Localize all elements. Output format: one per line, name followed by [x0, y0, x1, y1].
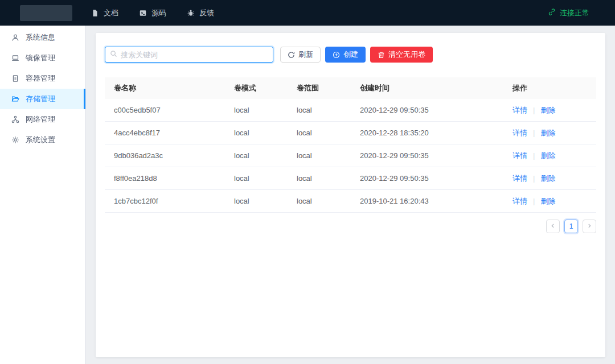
volume-scope: local	[288, 106, 351, 114]
clear-label: 清空无用卷	[388, 49, 425, 60]
document-icon	[91, 9, 99, 17]
delete-link[interactable]: 删除	[540, 151, 555, 161]
page-number: 1	[569, 222, 573, 230]
pagination: 1	[105, 220, 596, 233]
volume-mode: local	[225, 151, 288, 160]
volume-scope: local	[288, 197, 351, 205]
volume-created: 2019-10-21 16:20:43	[351, 197, 503, 205]
delete-link[interactable]: 删除	[540, 128, 555, 138]
delete-link[interactable]: 删除	[540, 173, 555, 184]
volume-created: 2020-12-29 09:50:35	[351, 174, 503, 183]
refresh-label: 刷新	[298, 49, 313, 60]
link-icon	[548, 8, 556, 18]
table-row: 9db036ad2a3c local local 2020-12-29 09:5…	[105, 144, 596, 167]
delete-link[interactable]: 删除	[540, 196, 555, 206]
sidebar-item-images[interactable]: 镜像管理	[0, 48, 85, 68]
topnav-item-source[interactable]: 源码	[139, 8, 166, 18]
page-number-button[interactable]: 1	[564, 220, 578, 233]
volumes-table: 卷名称 卷模式 卷范围 创建时间 操作 c00c5edb5f07 local l…	[105, 77, 596, 213]
detail-link[interactable]: 详情	[512, 173, 527, 184]
volume-name: 1cb7cbc12f0f	[105, 197, 225, 205]
table-row: f8ff0ea218d8 local local 2020-12-29 09:5…	[105, 167, 596, 190]
topnav-item-docs[interactable]: 文档	[91, 8, 118, 18]
topnav-item-label: 文档	[104, 8, 118, 18]
sidebar-item-system-info[interactable]: 系统信息	[0, 27, 85, 48]
code-icon	[139, 9, 147, 17]
volume-name: 9db036ad2a3c	[105, 151, 225, 160]
volume-created: 2020-12-29 09:50:35	[351, 106, 503, 114]
volume-mode: local	[225, 129, 288, 137]
topnav-item-label: 反馈	[199, 8, 214, 18]
topbar: 文档 源码 反馈 连接正常	[0, 0, 615, 26]
column-header-created: 创建时间	[351, 83, 503, 93]
action-separator: |	[533, 129, 535, 137]
table-header: 卷名称 卷模式 卷范围 创建时间 操作	[105, 77, 596, 99]
sidebar-item-label: 镜像管理	[26, 53, 55, 63]
folder-open-icon	[11, 95, 19, 103]
toolbar: 刷新 创建 清空无用卷	[105, 47, 596, 63]
column-header-scope: 卷范围	[288, 83, 351, 93]
prev-page-button[interactable]	[546, 220, 560, 233]
column-header-name: 卷名称	[105, 83, 225, 93]
connection-status-label: 连接正常	[560, 8, 589, 18]
volume-mode: local	[225, 197, 288, 205]
sidebar-item-label: 容器管理	[26, 73, 55, 84]
sidebar-item-label: 系统信息	[26, 32, 55, 43]
content-card: 刷新 创建 清空无用卷 卷名称	[96, 33, 605, 357]
sidebar: 系统信息 镜像管理 容器管理 存储管理 网络管理	[0, 26, 86, 364]
detail-link[interactable]: 详情	[512, 196, 527, 206]
connection-status[interactable]: 连接正常	[548, 8, 589, 18]
action-separator: |	[533, 197, 535, 205]
table-row: c00c5edb5f07 local local 2020-12-29 09:5…	[105, 99, 596, 122]
trash-icon	[378, 51, 385, 59]
main-content: 刷新 创建 清空无用卷 卷名称	[86, 26, 615, 364]
volume-name: 4acc4ebc8f17	[105, 129, 225, 137]
sidebar-item-storage[interactable]: 存储管理	[0, 89, 85, 109]
detail-link[interactable]: 详情	[512, 105, 527, 115]
topnav-item-feedback[interactable]: 反馈	[187, 8, 214, 18]
sidebar-item-label: 系统设置	[26, 135, 55, 145]
user-icon	[11, 34, 19, 42]
refresh-icon	[288, 51, 295, 59]
sidebar-item-label: 存储管理	[26, 94, 55, 104]
volume-mode: local	[225, 106, 288, 114]
chevron-left-icon	[550, 222, 556, 230]
container-icon	[11, 75, 19, 82]
column-header-mode: 卷模式	[225, 83, 288, 93]
volume-scope: local	[288, 174, 351, 183]
sidebar-item-network[interactable]: 网络管理	[0, 109, 85, 130]
clear-unused-volumes-button[interactable]: 清空无用卷	[370, 47, 433, 63]
search-box[interactable]	[105, 47, 273, 63]
plus-circle-icon	[333, 51, 340, 59]
volume-scope: local	[288, 129, 351, 137]
create-button[interactable]: 创建	[325, 47, 366, 63]
detail-link[interactable]: 详情	[512, 151, 527, 161]
bug-icon	[187, 9, 195, 17]
action-separator: |	[533, 174, 535, 183]
refresh-button[interactable]: 刷新	[280, 47, 321, 63]
volume-name: c00c5edb5f07	[105, 106, 225, 114]
create-label: 创建	[343, 49, 358, 60]
sidebar-item-settings[interactable]: 系统设置	[0, 130, 85, 150]
volume-created: 2020-12-28 18:35:20	[351, 129, 503, 137]
topnav: 文档 源码 反馈	[91, 8, 214, 18]
action-separator: |	[533, 151, 535, 160]
chevron-right-icon	[587, 222, 592, 230]
app-logo	[20, 5, 72, 21]
volume-mode: local	[225, 174, 288, 183]
laptop-icon	[11, 54, 19, 62]
topnav-item-label: 源码	[151, 8, 166, 18]
next-page-button[interactable]	[583, 220, 596, 233]
volume-created: 2020-12-29 09:50:35	[351, 151, 503, 160]
volume-name: f8ff0ea218d8	[105, 174, 225, 183]
action-separator: |	[533, 106, 535, 114]
sidebar-item-containers[interactable]: 容器管理	[0, 68, 85, 89]
detail-link[interactable]: 详情	[512, 128, 527, 138]
table-row: 4acc4ebc8f17 local local 2020-12-28 18:3…	[105, 122, 596, 144]
column-header-actions: 操作	[503, 83, 596, 93]
delete-link[interactable]: 删除	[540, 105, 555, 115]
sidebar-item-label: 网络管理	[26, 114, 55, 125]
table-row: 1cb7cbc12f0f local local 2019-10-21 16:2…	[105, 190, 596, 213]
search-input[interactable]	[121, 51, 268, 59]
volume-scope: local	[288, 151, 351, 160]
